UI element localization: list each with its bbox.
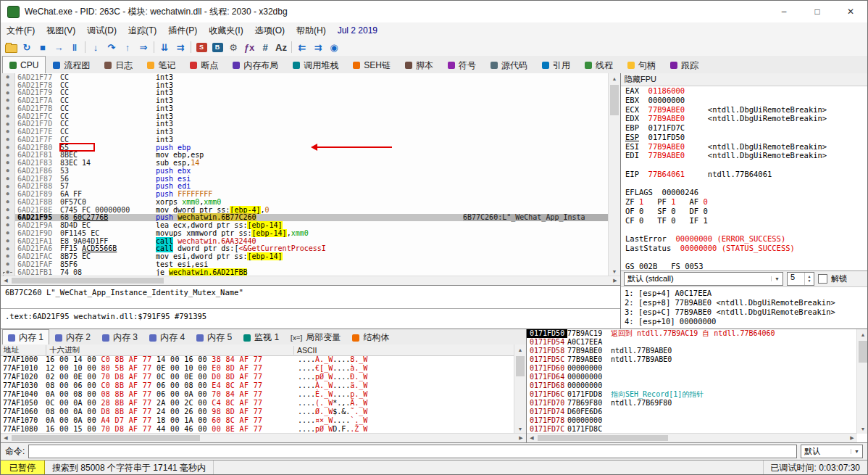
disasm-row[interactable]: ●6AD21FAC8B75 ECmov esi,dword ptr ss:[eb…: [1, 252, 609, 260]
scroll-left-icon[interactable]: ◀: [1, 276, 11, 285]
register-row[interactable]: EDX 77B9ABE0 <ntdll.DbgUiRemoteBreakin>: [625, 114, 868, 123]
animate-into-button[interactable]: ⇊: [157, 40, 172, 54]
disasm-row[interactable]: ●6AD21F78CCint3: [1, 81, 609, 89]
register-row[interactable]: [625, 253, 868, 263]
menu-debug[interactable]: 调试(D): [81, 22, 122, 38]
tab-symbols[interactable]: 符号: [441, 57, 483, 73]
stack-row[interactable]: 0171FD6C0171FDD8指向SEH_Record[1]的指针: [527, 390, 857, 399]
restart-button[interactable]: ↻: [19, 40, 35, 54]
disasm-horizontal-scrollbar[interactable]: ◀ ▶: [1, 276, 620, 285]
menu-view[interactable]: 视图(V): [41, 22, 81, 38]
scroll-thumb[interactable]: [859, 341, 867, 363]
disasm-row[interactable]: ●6AD21F7DCCint3: [1, 120, 609, 128]
breakpoint-gutter[interactable]: ●: [1, 198, 15, 206]
unlock-checkbox[interactable]: [818, 274, 827, 284]
settings-button[interactable]: ⚙: [225, 40, 241, 54]
scroll-right-icon[interactable]: ▶: [516, 434, 526, 442]
tab-log[interactable]: 日志: [97, 57, 140, 73]
dump-row[interactable]: 77AF106008 00 0A 00 D8 8B AF 77 24 00 26…: [1, 408, 514, 416]
breakpoint-gutter[interactable]: ●: [1, 112, 15, 120]
tab-threads[interactable]: 线程: [577, 57, 620, 73]
breakpoint-gutter[interactable]: ●: [1, 104, 15, 112]
scroll-thumb[interactable]: [538, 435, 668, 441]
scroll-right-icon[interactable]: ▶: [610, 276, 620, 285]
scroll-up-icon[interactable]: ▲: [857, 329, 868, 339]
strings-button[interactable]: Az: [273, 40, 289, 54]
tab-memory5[interactable]: 内存 5: [191, 330, 238, 344]
tab-memory4[interactable]: 内存 4: [143, 330, 191, 344]
tab-notes[interactable]: 笔记: [140, 57, 183, 73]
register-row[interactable]: EFLAGS 00000246: [625, 188, 868, 197]
tab-handles[interactable]: 句柄: [620, 57, 663, 73]
disasm-row[interactable]: ●6AD21FA6FF15 ACD5566Bcall dword ptr ds:…: [1, 245, 609, 253]
scroll-down-icon[interactable]: ▼: [609, 266, 620, 276]
tab-struct[interactable]: 结构体: [346, 330, 395, 344]
tab-graph[interactable]: 流程图: [46, 57, 97, 73]
tab-references[interactable]: 引用: [535, 57, 577, 73]
menu-trace[interactable]: 追踪(T): [122, 22, 162, 38]
calculator-button[interactable]: ƒx: [241, 40, 257, 54]
disasm-row[interactable]: ●6AD21F8B0F57C0xorps xmm0,xmm0: [1, 198, 609, 206]
breakpoint-gutter[interactable]: ●: [1, 73, 15, 81]
argument-row[interactable]: 2: [esp+8] 77B9ABE0 <ntdll.DbgUiRemoteBr…: [625, 298, 868, 307]
breakpoint-gutter[interactable]: ●: [1, 214, 15, 222]
stack-horizontal-scrollbar[interactable]: ◀ ▶: [527, 433, 857, 442]
scroll-thumb[interactable]: [610, 85, 619, 115]
disasm-row[interactable]: ●6AD21F9A8D4D EClea ecx,dword ptr ss:[eb…: [1, 221, 609, 229]
scroll-left-icon[interactable]: ◀: [527, 434, 537, 442]
register-row[interactable]: [625, 160, 868, 170]
disasm-row[interactable]: ●6AD21FB174 08je wechatwin.6AD21FBB: [1, 268, 609, 276]
tab-seh[interactable]: SEH链: [346, 57, 398, 73]
tab-locals[interactable]: [x=]局部变量: [285, 330, 346, 344]
command-input[interactable]: [28, 445, 797, 458]
stack-row[interactable]: 0171FD6800000000: [527, 381, 857, 390]
breakpoint-gutter[interactable]: ●: [1, 96, 15, 104]
stack-vertical-scrollbar[interactable]: ▲ ▼: [856, 329, 868, 434]
argument-count-stepper[interactable]: 5 ▲▼: [787, 272, 814, 286]
stop-button[interactable]: ■: [35, 40, 51, 54]
tab-call-stack[interactable]: 调用堆栈: [285, 57, 346, 73]
scroll-left-icon[interactable]: ◀: [1, 434, 11, 442]
tab-memory-map[interactable]: 内存布局: [225, 57, 285, 73]
register-row[interactable]: LastStatus 00000000 (STATUS_SUCCESS): [625, 244, 868, 253]
dump-row[interactable]: 77AF100016 00 14 00 C0 8B AF 77 14 00 16…: [1, 355, 514, 364]
register-row[interactable]: ECX 77B9ABE0 <ntdll.DbgUiRemoteBreakin>: [625, 105, 868, 115]
scroll-thumb[interactable]: [12, 278, 164, 284]
scroll-down-icon[interactable]: ▼: [857, 424, 868, 434]
disasm-row[interactable]: ●6AD21FA1E8 9A04D1FFcall wechatwin.6AA32…: [1, 237, 609, 245]
minimize-button[interactable]: –: [767, 1, 801, 22]
dump-row[interactable]: 77AF10400A 00 08 00 08 8B AF 77 06 00 0A…: [1, 390, 514, 399]
disasm-row[interactable]: ●6AD21F818BECmov ebp,esp: [1, 152, 609, 160]
scroll-right-icon[interactable]: ▶: [847, 434, 857, 442]
dump-vertical-scrollbar[interactable]: ▲ ▼: [514, 344, 526, 434]
register-row[interactable]: LastError 00000000 (ERROR_SUCCESS): [625, 234, 868, 244]
breakpoint-gutter[interactable]: ●: [1, 136, 15, 144]
disasm-row[interactable]: ●6AD21F8653push ebx: [1, 167, 609, 175]
register-row[interactable]: EBX 00000000: [625, 96, 868, 105]
breakpoint-gutter[interactable]: ●: [1, 260, 15, 268]
dump-horizontal-scrollbar[interactable]: ◀ ▶: [1, 433, 526, 442]
disasm-row[interactable]: ●6AD21F8EC745 FC 00000000mov dword ptr s…: [1, 206, 609, 214]
open-file-button[interactable]: [3, 40, 19, 54]
menu-options[interactable]: 选项(O): [249, 22, 291, 38]
disasm-row[interactable]: ●6AD21FAF85F6test esi,esi: [1, 260, 609, 268]
disasm-row[interactable]: ●6AD21F77CCint3: [1, 73, 609, 81]
breakpoint-gutter[interactable]: ●: [1, 89, 15, 97]
register-row[interactable]: EBP 0171FD7C: [625, 123, 868, 133]
register-row[interactable]: EAX 01186000: [625, 86, 868, 96]
disasm-row[interactable]: ●6AD21F79CCint3: [1, 89, 609, 97]
breakpoint-gutter[interactable]: ●: [1, 128, 15, 136]
stepper-arrows-icon[interactable]: ▲▼: [804, 273, 814, 285]
calling-convention-select[interactable]: 默认 (stdcall) ▼: [624, 272, 783, 286]
dump-row[interactable]: 77AF103008 00 06 00 C0 8B AF 77 06 00 08…: [1, 381, 514, 390]
scroll-thumb[interactable]: [516, 356, 525, 376]
menu-plugins[interactable]: 插件(P): [162, 22, 203, 38]
dump-row[interactable]: 77AF10700A 00 0A 00 A4 D7 AF 77 18 00 1A…: [1, 416, 514, 425]
register-row[interactable]: [625, 179, 868, 189]
step-out-button[interactable]: ↑: [120, 40, 135, 54]
help-globe-button[interactable]: ◉: [326, 40, 342, 54]
stack-row[interactable]: 0171FD6400000000: [527, 373, 857, 381]
tab-cpu[interactable]: CPU: [2, 56, 46, 74]
menu-help[interactable]: 帮助(H): [291, 22, 332, 38]
breakpoint-gutter[interactable]: ●: [1, 252, 15, 260]
